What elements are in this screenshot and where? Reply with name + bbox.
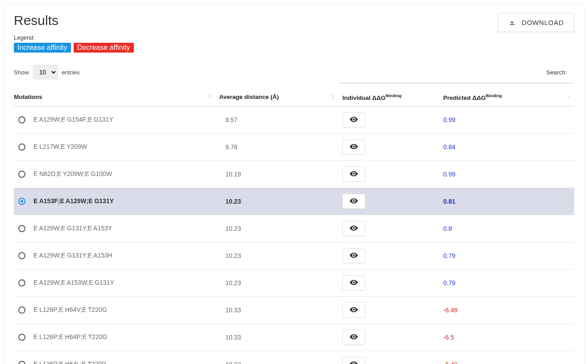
legend-label: Legend:: [14, 34, 135, 41]
eye-icon: [349, 360, 358, 364]
predicted-ddg-cell: 0.8: [443, 225, 452, 232]
eye-icon: [349, 332, 358, 343]
predicted-ddg-cell: 0.99: [443, 171, 455, 178]
row-radio[interactable]: [18, 334, 25, 341]
download-button-label: DOWNLOAD: [522, 19, 564, 26]
view-button[interactable]: [342, 139, 365, 155]
sort-icon: ↑↓: [208, 93, 210, 98]
mutations-cell: E A153F;E A129W;E G131Y: [33, 197, 114, 204]
eye-icon: [349, 251, 358, 261]
table-row[interactable]: E L217W;E Y209W9.780.84: [14, 134, 574, 161]
avg-distance-cell: 10.23: [215, 188, 339, 215]
row-radio[interactable]: [18, 198, 25, 205]
results-table: Mutations ↑↓ Average distance (Å) ↑↓ Ind…: [14, 83, 574, 364]
view-button[interactable]: [342, 248, 365, 263]
entries-label: entries: [62, 69, 80, 76]
avg-distance-cell: 9.57: [215, 106, 339, 134]
avg-distance-cell: 10.23: [215, 270, 339, 297]
table-row[interactable]: E A129W;E G131Y;E A153Y10.230.8: [14, 215, 574, 242]
view-button[interactable]: [342, 357, 365, 364]
avg-distance-cell: 9.78: [215, 134, 339, 161]
table-row[interactable]: E L126P;E H64L;E T220P10.33-6.43: [14, 351, 574, 364]
row-radio[interactable]: [18, 171, 25, 178]
predicted-ddg-cell: 0.99: [443, 116, 455, 123]
download-icon: [508, 18, 516, 27]
avg-distance-cell: 10.23: [215, 242, 339, 270]
view-button[interactable]: [342, 112, 365, 127]
row-radio[interactable]: [18, 279, 25, 286]
eye-icon: [349, 278, 358, 288]
view-button[interactable]: [342, 167, 365, 182]
mutations-cell: E L126P;E H64P;E T220G: [33, 333, 108, 340]
predicted-ddg-cell: 0.79: [443, 279, 455, 286]
mutations-cell: E L126P;E H64V;E T220G: [33, 306, 107, 313]
avg-distance-cell: 10.33: [215, 351, 339, 364]
col-predicted-ddg[interactable]: Predicted ΔΔGBinding ↑↓: [440, 86, 574, 106]
eye-icon: [349, 305, 358, 315]
entries-control: Show 10 entries: [14, 65, 80, 79]
sort-icon: ↑↓: [567, 93, 569, 98]
row-radio[interactable]: [18, 361, 25, 364]
col-avg-distance[interactable]: Average distance (Å) ↑↓: [215, 86, 339, 106]
row-radio[interactable]: [18, 252, 25, 259]
eye-icon: [349, 142, 358, 152]
avg-distance-cell: 10.19: [215, 161, 339, 188]
page-size-select[interactable]: 10: [33, 65, 58, 79]
view-button[interactable]: [342, 330, 365, 345]
avg-distance-cell: 10.33: [215, 324, 339, 351]
table-row[interactable]: E A129W;E G131Y;E A153H10.230.79: [14, 242, 574, 270]
mutations-cell: E A129W;E G131Y;E A153Y: [33, 225, 112, 232]
avg-distance-cell: 10.23: [215, 215, 339, 242]
mutations-cell: E A129W;E G131Y;E A153H: [33, 252, 112, 259]
table-row[interactable]: E N62D;E Y209W;E G100W10.190.99: [14, 161, 574, 188]
table-row[interactable]: E L126P;E H64V;E T220G10.33-6.48: [14, 297, 574, 324]
eye-icon: [349, 224, 358, 234]
mutations-cell: E A129W;E G154F;E G131Y: [33, 116, 113, 123]
legend-increase-badge: Increase affinity: [14, 43, 71, 53]
row-radio[interactable]: [18, 225, 25, 232]
legend-decrease-badge: Decrease affinity: [74, 43, 134, 53]
predicted-ddg-cell: 0.84: [443, 143, 455, 151]
table-row[interactable]: E A153F;E A129W;E G131Y10.230.81: [14, 188, 574, 215]
row-radio[interactable]: [18, 307, 25, 314]
eye-icon: [349, 196, 358, 207]
table-row[interactable]: E L126P;E H64P;E T220G10.33-6.5: [14, 324, 574, 351]
predicted-ddg-cell: -6.5: [443, 334, 454, 341]
show-label: Show: [14, 69, 29, 76]
mutations-cell: E N62D;E Y209W;E G100W: [33, 170, 112, 177]
col-individual-ddg[interactable]: Individual ΔΔGBinding: [339, 86, 439, 106]
predicted-ddg-cell: 0.81: [443, 198, 455, 205]
search-label: Search:: [546, 69, 574, 76]
view-button[interactable]: [342, 221, 365, 236]
results-panel: Results Legend: Increase affinity Decrea…: [4, 4, 584, 364]
download-button[interactable]: DOWNLOAD: [498, 13, 574, 32]
row-radio[interactable]: [18, 143, 25, 151]
mutations-cell: E A129W;E A153W;E G131Y: [33, 279, 114, 286]
row-radio[interactable]: [18, 116, 25, 123]
eye-icon: [349, 169, 358, 180]
view-button[interactable]: [342, 303, 365, 318]
view-button[interactable]: [342, 275, 365, 290]
eye-icon: [349, 115, 358, 125]
view-button[interactable]: [342, 194, 365, 209]
table-row[interactable]: E A129W;E A153W;E G131Y10.230.79: [14, 270, 574, 297]
predicted-ddg-cell: -6.43: [443, 361, 458, 364]
col-mutations[interactable]: Mutations ↑↓: [14, 86, 215, 106]
table-row[interactable]: E A129W;E G154F;E G131Y9.570.99: [14, 106, 574, 134]
predicted-ddg-cell: 0.79: [443, 252, 455, 259]
page-title: Results: [14, 13, 135, 28]
sort-icon: ↑↓: [331, 93, 333, 98]
mutations-cell: E L217W;E Y209W: [33, 143, 87, 150]
mutations-cell: E L126P;E H64L;E T220P: [33, 360, 106, 364]
predicted-ddg-cell: -6.48: [443, 307, 458, 314]
avg-distance-cell: 10.33: [215, 297, 339, 324]
